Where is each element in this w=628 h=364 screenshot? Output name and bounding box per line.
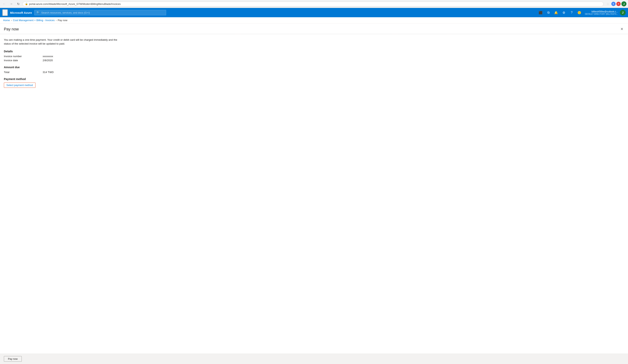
invoice-date-label: Invoice date	[4, 59, 43, 62]
forward-button[interactable]: →	[8, 1, 14, 6]
payment-method-section: Payment method Select payment method	[4, 77, 624, 88]
lock-icon: 🔒	[25, 2, 28, 5]
browser-chrome: ← → ↻ 🔒 portal.azure.com/#blade/Microsof…	[0, 0, 628, 8]
breadcrumb-separator-1: ›	[11, 19, 12, 22]
extension-icon-2[interactable]: R	[616, 2, 621, 6]
settings-icon[interactable]: ⚙	[560, 9, 567, 16]
panel-footer: Pay now	[0, 354, 628, 364]
breadcrumb-separator-2: ›	[56, 19, 57, 22]
user-directory: DEFAULT DIRECTORY (BILLTEST4...	[585, 13, 618, 15]
extension-icon-1[interactable]: B	[611, 2, 616, 6]
nav-icon-group: ⬛ ⧉ 🔔 ⚙ ? 🙂 billtest456tw@outlook.c... D…	[537, 9, 626, 16]
invoice-number-value: xxxxxxxx	[43, 55, 53, 58]
address-bar[interactable]: 🔒 portal.azure.com/#blade/Microsoft_Azur…	[22, 1, 604, 6]
hamburger-menu-button[interactable]: ☰	[2, 9, 8, 16]
total-row: Total 314 TWD	[4, 71, 624, 73]
feedback-icon[interactable]: 🙂	[576, 9, 583, 16]
panel-body: You are making a one-time payment. Your …	[0, 34, 628, 95]
user-email: billtest456tw@outlook.c...	[592, 10, 618, 13]
invoice-number-row: Invoice number xxxxxxxx	[4, 55, 624, 58]
browser-profile-avatar[interactable]: J	[622, 1, 627, 6]
invoice-date-row: Invoice date 2/8/2020	[4, 59, 624, 62]
search-input[interactable]	[41, 11, 164, 14]
close-panel-button[interactable]: ✕	[620, 27, 624, 32]
details-heading: Details	[4, 50, 624, 53]
bookmark-icon[interactable]: ☆	[605, 1, 611, 6]
amount-due-section: Amount due Total 314 TWD	[4, 66, 624, 73]
info-description-text: You are making a one-time payment. Your …	[4, 38, 124, 46]
browser-toolbar: ← → ↻ 🔒 portal.azure.com/#blade/Microsof…	[0, 0, 628, 8]
panel-header: Pay now ✕	[0, 23, 628, 34]
address-text: portal.azure.com/#blade/Microsoft_Azure_…	[29, 2, 601, 5]
back-button[interactable]: ←	[1, 1, 7, 6]
refresh-button[interactable]: ↻	[15, 1, 21, 6]
panel-title: Pay now	[4, 27, 19, 31]
notifications-icon[interactable]: 🔔	[552, 9, 559, 16]
user-avatar[interactable]: J	[620, 10, 626, 15]
payment-method-heading: Payment method	[4, 77, 624, 80]
details-section: Details Invoice number xxxxxxxx Invoice …	[4, 50, 624, 62]
pay-now-button[interactable]: Pay now	[4, 356, 22, 362]
amount-due-heading: Amount due	[4, 66, 624, 69]
azure-brand-logo: Microsoft Azure	[10, 11, 32, 14]
pay-now-panel: Pay now ✕ You are making a one-time paym…	[0, 23, 628, 95]
total-value: 314 TWD	[43, 71, 54, 73]
azure-top-nav: ☰ Microsoft Azure 🔍 ⬛ ⧉ 🔔 ⚙ ? 🙂 billtest…	[0, 8, 628, 17]
invoice-number-label: Invoice number	[4, 55, 43, 58]
breadcrumb-billing[interactable]: Cost Management + Billing - Invoices	[13, 19, 55, 22]
breadcrumb-home[interactable]: Home	[3, 19, 10, 22]
global-search-bar[interactable]: 🔍	[34, 10, 166, 15]
main-content: Home › Cost Management + Billing - Invoi…	[0, 17, 628, 362]
invoice-date-value: 2/8/2020	[43, 59, 53, 62]
cloud-shell-icon[interactable]: ⬛	[537, 9, 544, 16]
user-account-info[interactable]: billtest456tw@outlook.c... DEFAULT DIREC…	[584, 10, 619, 15]
breadcrumb: Home › Cost Management + Billing - Invoi…	[0, 17, 628, 23]
browser-actions: ☆ B R J	[605, 1, 627, 6]
breadcrumb-current: Pay now	[58, 19, 68, 22]
help-icon[interactable]: ?	[568, 9, 575, 16]
total-label: Total	[4, 71, 43, 73]
search-icon: 🔍	[36, 11, 40, 14]
directory-icon[interactable]: ⧉	[545, 9, 552, 16]
select-payment-method-button[interactable]: Select payment method	[4, 82, 35, 88]
